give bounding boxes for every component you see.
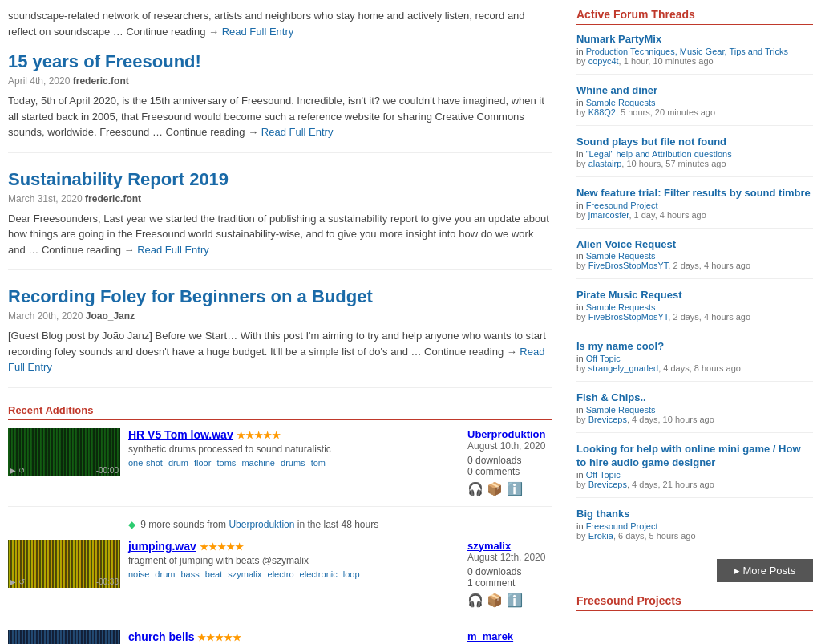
thread-author: by Erokia, 6 days, 5 hours ago (576, 531, 813, 541)
blog-post-post2: Sustainability Report 2019 March 31st, 2… (8, 169, 552, 271)
sound-name-link[interactable]: HR V5 Tom low.wav (128, 428, 233, 441)
sound-item-sound2: ▶ ↺ -00:33 jumping.wav ★★★★★ fragment of… (8, 540, 552, 618)
thread-category: in "Legal" help and Attribution question… (576, 149, 813, 159)
post-date: April 4th, 2020 (8, 75, 70, 87)
tag-link[interactable]: tom (311, 458, 326, 468)
sound-icons: 🎧 📦 ℹ️ (467, 481, 552, 496)
thread-title-link[interactable]: Looking for help with online mini game /… (576, 443, 801, 468)
thread-author-link[interactable]: FiveBrosStopMosYT (588, 312, 669, 322)
tag-link[interactable]: toms (216, 458, 236, 468)
thread-author-link[interactable]: Erokia (588, 531, 613, 541)
sound-tags: noise drum bass beat szymalix electro el… (128, 569, 463, 579)
sound-thumbnail[interactable]: ▶ ↺ -00:00 (8, 428, 120, 476)
forum-threads-container: Numark PartyMix in Production Techniques… (576, 33, 813, 549)
thread-title-link[interactable]: Whine and diner (576, 84, 657, 96)
post-meta: March 31st, 2020 frederic.font (8, 193, 552, 205)
thread-category-link[interactable]: Sample Requests (586, 251, 656, 261)
thread-author-link[interactable]: copyc4t (588, 56, 619, 66)
thread-title-link[interactable]: Fish & Chips.. (576, 391, 646, 403)
sound-item-sound1: ▶ ↺ -00:00 HR V5 Tom low.wav ★★★★★ synth… (8, 428, 552, 507)
thread-category-link[interactable]: "Legal" help and Attribution questions (586, 149, 732, 159)
tag-link[interactable]: electronic (300, 569, 338, 579)
thread-author-link[interactable]: K88Q2 (588, 107, 616, 117)
more-sounds-user-link[interactable]: Uberproduktion (229, 519, 294, 530)
main-content: soundscape-related network of researcher… (0, 0, 564, 644)
post-title-link[interactable]: 15 years of Freesound! (8, 51, 201, 71)
sound-downloads: 0 downloads (467, 566, 552, 577)
thread-category-link[interactable]: Freesound Project (586, 200, 658, 210)
post-title-link[interactable]: Sustainability Report 2019 (8, 169, 229, 189)
thread-author-link[interactable]: Breviceps (588, 415, 627, 424)
thread-title-link[interactable]: Numark PartyMix (576, 33, 661, 45)
sound-meta: szymalix August 12th, 2020 0 downloads 1… (463, 540, 552, 608)
sound-info: church bells ★★★★★ Church bells at 12 o'… (128, 630, 463, 645)
post-title-link[interactable]: Recording Foley for Beginners on a Budge… (8, 286, 373, 306)
thread-author: by Breviceps, 4 days, 10 hours ago (576, 415, 813, 424)
thread-title-link[interactable]: New feature trial: Filter results by sou… (576, 187, 811, 199)
tag-link[interactable]: bass (180, 569, 199, 579)
diamond-icon: ◆ (128, 519, 135, 530)
sound-item-sound3: ▶ ↺ -02:38 church bells ★★★★★ Church bel… (8, 630, 552, 645)
thread-category-link[interactable]: Production Techniques, Music Gear, Tips … (586, 47, 788, 56)
sound-date: August 10th, 2020 (467, 440, 552, 452)
thread-title-link[interactable]: Sound plays but file not found (576, 136, 726, 148)
thread-title-link[interactable]: Big thanks (576, 508, 629, 520)
sounds-container: ▶ ↺ -00:00 HR V5 Tom low.wav ★★★★★ synth… (8, 428, 552, 645)
tag-link[interactable]: szymalix (228, 569, 261, 579)
tag-link[interactable]: drum (168, 458, 188, 468)
sound-desc: fragment of jumping with beats @szymalix (128, 555, 463, 566)
top-read-more-link[interactable]: Read Full Entry (222, 26, 294, 38)
sidebar: Active Forum Threads Numark PartyMix in … (564, 0, 821, 644)
sound-info: jumping.wav ★★★★★ fragment of jumping wi… (128, 540, 463, 579)
thread-category-link[interactable]: Off Topic (586, 470, 621, 480)
thread-author-link[interactable]: Breviceps (588, 480, 627, 489)
post-excerpt: [Guest Blog post by João Janz] Before we… (8, 328, 552, 375)
blog-posts-container: 15 years of Freesound! April 4th, 2020 f… (8, 51, 552, 388)
tag-link[interactable]: loop (343, 569, 360, 579)
tag-link[interactable]: drum (155, 569, 175, 579)
tag-link[interactable]: drums (281, 458, 305, 468)
thread-author: by strangely_gnarled, 4 days, 8 hours ag… (576, 363, 813, 373)
sound-uploader: szymalix (467, 540, 552, 552)
thread-category-link[interactable]: Off Topic (586, 354, 621, 363)
sound-thumbnail[interactable]: ▶ ↺ -00:33 (8, 540, 120, 588)
tag-link[interactable]: floor (194, 458, 211, 468)
thread-category-link[interactable]: Sample Requests (586, 98, 656, 107)
read-more-link[interactable]: Read Full Entry (137, 244, 209, 256)
tag-link[interactable]: electro (268, 569, 294, 579)
thread-category-link[interactable]: Freesound Project (586, 521, 658, 531)
thread-category: in Sample Requests (576, 251, 813, 261)
more-posts-button[interactable]: ▸ More Posts (717, 559, 813, 582)
read-more-link[interactable]: Read Full Entry (8, 346, 544, 374)
thread-author-link[interactable]: strangely_gnarled (588, 363, 658, 373)
thread-category-link[interactable]: Sample Requests (586, 405, 656, 415)
thread-title: Whine and diner (576, 84, 813, 98)
sound-time: -00:00 (96, 466, 119, 475)
tag-link[interactable]: beat (205, 569, 222, 579)
thread-title-link[interactable]: Is my name cool? (576, 340, 664, 352)
forum-thread-t9: Looking for help with online mini game /… (576, 443, 813, 498)
sound-name-link[interactable]: jumping.wav (128, 540, 196, 553)
tag-link[interactable]: noise (128, 569, 149, 579)
post-meta: April 4th, 2020 frederic.font (8, 75, 552, 87)
thread-category-link[interactable]: Sample Requests (586, 302, 656, 312)
thread-author: by jmarcosfer, 1 day, 4 hours ago (576, 210, 813, 220)
uploader-link[interactable]: szymalix (467, 540, 511, 552)
thread-author: by Breviceps, 4 days, 21 hours ago (576, 480, 813, 489)
thread-title-link[interactable]: Alien Voice Request (576, 238, 676, 250)
sound-name-link[interactable]: church bells (128, 630, 194, 643)
thread-title: Alien Voice Request (576, 238, 813, 252)
uploader-link[interactable]: m_marek (467, 630, 513, 642)
uploader-link[interactable]: Uberproduktion (467, 428, 546, 440)
tag-link[interactable]: one-shot (128, 458, 163, 468)
thread-author-link[interactable]: FiveBrosStopMosYT (588, 261, 669, 270)
sound-thumbnail[interactable]: ▶ ↺ -02:38 (8, 630, 120, 645)
thread-title: Pirate Music Request (576, 289, 813, 302)
blog-post-post3: Recording Foley for Beginners on a Budge… (8, 286, 552, 388)
tag-link[interactable]: machine (241, 458, 275, 468)
thread-author-link[interactable]: alastairp (588, 159, 622, 168)
post-date: March 31st, 2020 (8, 193, 83, 205)
thread-author-link[interactable]: jmarcosfer (588, 210, 629, 220)
read-more-link[interactable]: Read Full Entry (261, 126, 334, 138)
thread-title-link[interactable]: Pirate Music Request (576, 289, 682, 301)
